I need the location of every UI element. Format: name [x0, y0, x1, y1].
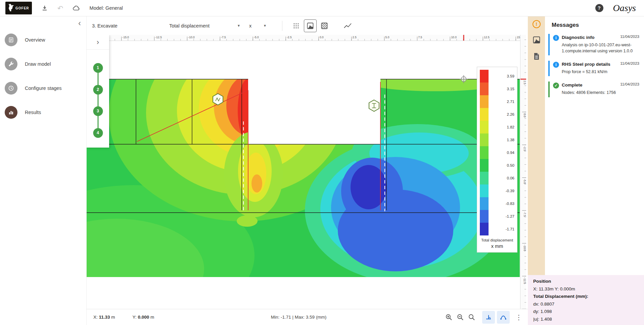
right-rail: !	[528, 16, 545, 275]
result-type-dropdown[interactable]: Total displacement ▼	[169, 23, 240, 29]
goat-icon	[7, 4, 14, 13]
legend-row: -1.27	[480, 210, 514, 223]
zoom-out-button[interactable]	[455, 312, 466, 323]
legend-row: 0.06	[480, 172, 514, 184]
stage-connector-line	[97, 68, 98, 133]
left-sidebar: ‹ Overview Draw model Configure stages R…	[0, 16, 86, 325]
message-item[interactable]: iRHS Steel prop details11/04/2023Prop fo…	[548, 61, 641, 76]
legend-row: 0.50	[480, 159, 514, 172]
clock-icon	[5, 82, 17, 95]
stage-step-1[interactable]: 1	[93, 63, 103, 73]
warnings-button[interactable]: !	[533, 20, 541, 28]
component-dropdown[interactable]: x ▼	[249, 23, 267, 29]
legend-row: 0.94	[480, 146, 514, 159]
svg-text:0.0: 0.0	[523, 113, 526, 117]
svg-text:5.0: 5.0	[385, 36, 389, 39]
mesh-icon	[293, 22, 300, 29]
status-bar: X: 11.33 m Y: 0.000 m Min: -1.71 | Max: …	[87, 309, 528, 325]
sidebar-item-results[interactable]: Results	[0, 103, 86, 122]
legend-panel-button[interactable]	[533, 36, 540, 45]
svg-text:2.5: 2.5	[523, 80, 526, 85]
gofer-logo[interactable]: GOFER	[5, 2, 32, 14]
spline-mode-toggle[interactable]	[497, 311, 510, 324]
contour-legend-icon	[533, 36, 540, 44]
svg-text:2.5: 2.5	[353, 36, 357, 39]
contour-fill-toggle-button[interactable]	[304, 19, 317, 32]
message-header: iRHS Steel prop details11/04/2023	[553, 61, 639, 68]
legend-value: -0.39	[489, 189, 514, 193]
graph-button[interactable]	[341, 19, 354, 32]
legend-row: 2.71	[480, 95, 514, 108]
undo-button[interactable]: ↶	[55, 2, 66, 14]
svg-text:-7.5: -7.5	[523, 212, 526, 217]
zoom-extents-button[interactable]	[466, 312, 477, 323]
svg-text:10.0: 10.0	[451, 36, 457, 39]
svg-text:12.5: 12.5	[484, 36, 490, 39]
sync-button[interactable]	[71, 2, 82, 14]
legend-color-swatch	[480, 223, 489, 235]
mesh-toggle-button[interactable]	[290, 19, 303, 32]
cloud-sync-icon	[73, 5, 80, 11]
prop-marker[interactable]	[369, 100, 379, 111]
legend-row: 1.38	[480, 133, 514, 146]
legend-value: -0.83	[489, 202, 514, 206]
contour-plot[interactable]	[87, 41, 520, 309]
zoom-in-icon	[445, 314, 453, 321]
legend-value: 3.15	[489, 87, 514, 91]
anchor-marker[interactable]	[213, 94, 223, 105]
download-icon	[41, 5, 48, 11]
canvas-area: 3. Excavate Total displacement ▼ x ▼	[86, 16, 528, 325]
legend-value: -1.71	[489, 227, 514, 231]
cursor-x-readout: X: 11.33 m	[93, 315, 115, 320]
results-toolbar: 3. Excavate Total displacement ▼ x ▼	[87, 16, 528, 35]
sidebar-item-configure-stages[interactable]: Configure stages	[0, 78, 86, 98]
svg-text:-5.0: -5.0	[254, 36, 259, 39]
legend-color-swatch	[480, 133, 489, 146]
model-label: Model: General	[90, 5, 123, 11]
legend-row: -0.83	[480, 197, 514, 210]
legend-color-swatch	[480, 83, 489, 95]
sidebar-item-label: Overview	[25, 37, 45, 43]
message-item[interactable]: ✓Complete11/04/2023Nodes: 4806 Elements:…	[548, 82, 641, 97]
line-graph-icon	[344, 22, 352, 29]
stage-step-2[interactable]: 2	[93, 85, 103, 95]
svg-text:-10.0: -10.0	[523, 245, 526, 251]
message-body: Analysis on ip-10-0-101-207.eu-west-1.co…	[562, 42, 639, 54]
message-item[interactable]: iDiagnostic info11/04/2023Analysis on ip…	[548, 34, 641, 55]
legend-unit: x mm	[480, 243, 514, 249]
expand-stages-button[interactable]: ›	[87, 35, 109, 50]
zoom-in-button[interactable]	[443, 312, 455, 323]
position-title: Position	[533, 278, 644, 285]
app-window: GOFER ↶ Model: General ? Oasys ‹ Overvie…	[0, 0, 644, 325]
message-title: RHS Steel prop details	[562, 61, 617, 67]
hatch-toggle-button[interactable]	[318, 19, 331, 32]
message-title: Complete	[562, 82, 617, 88]
sidebar-item-draw-model[interactable]: Draw model	[0, 54, 86, 74]
message-body: Prop force = 52.81 kN/m	[562, 69, 639, 75]
collapse-sidebar-button[interactable]: ‹	[78, 19, 81, 27]
sidebar-item-label: Configure stages	[25, 86, 62, 91]
chevron-down-icon: ▼	[237, 24, 240, 28]
legend-value: 3.59	[489, 74, 514, 78]
cursor-y-readout: Y: 0.000 m	[133, 315, 154, 320]
download-button[interactable]	[39, 2, 50, 14]
displacement-u: |u|: 1.408	[533, 316, 644, 323]
stage-step-4[interactable]: 4	[93, 128, 103, 138]
plot-region: -15.0-12.5-10.0-7.5-5.0-2.50.02.55.07.51…	[87, 35, 528, 309]
sidebar-item-overview[interactable]: Overview	[0, 30, 86, 50]
help-button[interactable]: ?	[595, 4, 603, 12]
min-max-readout: Min: -1.71 | Max: 3.59 (mm)	[271, 315, 327, 320]
report-button[interactable]	[533, 53, 540, 61]
message-date: 11/04/2023	[620, 61, 639, 65]
svg-text:-2.5: -2.5	[287, 36, 292, 39]
zoom-extents-icon	[468, 314, 475, 321]
legend-row: 3.15	[480, 83, 514, 95]
question-icon: ?	[598, 5, 601, 11]
ortho-snap-toggle[interactable]	[482, 311, 495, 324]
legend-value: 1.38	[489, 138, 514, 142]
stage-step-3[interactable]: 3	[93, 106, 103, 116]
legend-value: 0.94	[489, 151, 514, 155]
messages-title: Messages	[552, 22, 641, 29]
legend-color-swatch	[480, 70, 489, 83]
more-options-button[interactable]: ⋮	[515, 313, 522, 321]
